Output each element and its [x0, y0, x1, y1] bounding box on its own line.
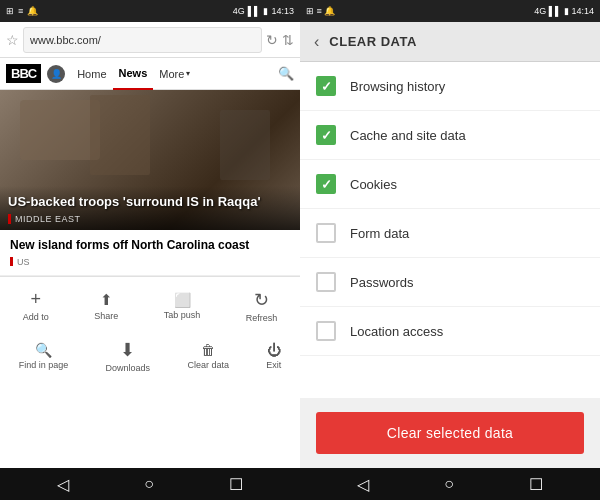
news-main-headline: US-backed troops 'surround IS in Raqqa'	[8, 194, 292, 211]
menu-icon: ≡	[18, 6, 23, 16]
checkboxes-list: ✓ Browsing history ✓ Cache and site data…	[300, 62, 600, 398]
clear-selected-data-button[interactable]: Clear selected data	[316, 412, 584, 454]
signal-icon: 4G	[233, 6, 245, 16]
tab-push-icon: ⬜	[174, 292, 191, 308]
downloads-label: Downloads	[106, 363, 151, 373]
checkbox-browsing-history[interactable]: ✓ Browsing history	[300, 62, 600, 111]
signal-right: 4G ▌▌ ▮	[534, 6, 571, 16]
news-secondary-headline: New island forms off North Carolina coas…	[10, 238, 290, 254]
nav-news[interactable]: News	[113, 58, 154, 90]
checkbox-location-label: Location access	[350, 324, 443, 339]
refresh-icon: ↻	[254, 289, 269, 311]
exit-icon: ⏻	[267, 342, 281, 358]
tab-push-label: Tab push	[164, 310, 201, 320]
app-icon: ⊞	[6, 6, 14, 16]
reload-icon[interactable]: ↻	[266, 32, 278, 48]
clear-data-header: ‹ CLEAR DATA	[300, 22, 600, 62]
checkmark-icon: ✓	[321, 80, 332, 93]
news-main-tag: MIDDLE EAST	[8, 214, 292, 224]
signal-bars: ▌▌	[248, 6, 261, 16]
checkbox-location[interactable]: Location access	[300, 307, 600, 356]
news-secondary-tag-text: US	[17, 257, 30, 267]
checkbox-cookies[interactable]: ✓ Cookies	[300, 160, 600, 209]
notif-icon-right: 🔔	[324, 6, 335, 16]
home-button[interactable]: ○	[144, 475, 154, 493]
nav-more[interactable]: More ▾	[153, 58, 196, 90]
checkbox-passwords-box[interactable]	[316, 272, 336, 292]
share-icon[interactable]: ⇅	[282, 32, 294, 48]
url-bar[interactable]: www.bbc.com/	[23, 27, 262, 53]
checkbox-form-data[interactable]: Form data	[300, 209, 600, 258]
checkbox-passwords[interactable]: Passwords	[300, 258, 600, 307]
left-status-bar: ⊞ ≡ 🔔 4G ▌▌ ▮ 14:13	[0, 0, 300, 22]
news-secondary-bar	[10, 257, 13, 266]
menu-downloads[interactable]: ⬇ Downloads	[100, 335, 157, 377]
browser-bar: ☆ www.bbc.com/ ↻ ⇅	[0, 22, 300, 58]
menu-add-to[interactable]: + Add to	[17, 285, 55, 326]
notification-icon: 🔔	[27, 6, 38, 16]
nav-home[interactable]: Home	[71, 58, 112, 90]
checkmark-icon-2: ✓	[321, 129, 332, 142]
news-main-image[interactable]: US-backed troops 'surround IS in Raqqa' …	[0, 90, 300, 230]
search-icon[interactable]: 🔍	[278, 66, 294, 81]
checkbox-browsing-history-box[interactable]: ✓	[316, 76, 336, 96]
back-arrow-icon[interactable]: ‹	[314, 33, 319, 51]
left-time: 14:13	[271, 6, 294, 16]
right-status-icons: ⊞ ≡ 🔔	[306, 6, 335, 16]
news-tag-bar	[8, 214, 11, 224]
find-in-page-label: Find in page	[19, 360, 69, 370]
right-status-bar: ⊞ ≡ 🔔 4G ▌▌ ▮ 14:14	[300, 0, 600, 22]
add-icon: +	[30, 289, 41, 310]
star-icon[interactable]: ☆	[6, 32, 19, 48]
menu-tab-push[interactable]: ⬜ Tab push	[158, 288, 207, 324]
news-main-tag-text: MIDDLE EAST	[15, 214, 81, 224]
menu-row-1: + Add to ⬆ Share ⬜ Tab push ↻ Refresh	[0, 281, 300, 331]
menu-share[interactable]: ⬆ Share	[88, 287, 124, 325]
checkbox-form-data-box[interactable]	[316, 223, 336, 243]
menu-row-2: 🔍 Find in page ⬇ Downloads 🗑 Clear data …	[0, 331, 300, 381]
back-button-right[interactable]: ◁	[357, 475, 369, 494]
share-icon: ⬆	[100, 291, 113, 309]
clear-data-title: CLEAR DATA	[329, 34, 417, 49]
checkbox-cookies-box[interactable]: ✓	[316, 174, 336, 194]
app-icon-right: ⊞	[306, 6, 314, 16]
news-secondary[interactable]: New island forms off North Carolina coas…	[0, 230, 300, 276]
bbc-nav: BBC 👤 Home News More ▾ 🔍	[0, 58, 300, 90]
left-nav-bar: ◁ ○ ☐	[0, 468, 300, 500]
battery-icon: ▮	[263, 6, 268, 16]
clear-data-icon: 🗑	[201, 342, 215, 358]
bottom-menu: + Add to ⬆ Share ⬜ Tab push ↻ Refresh 🔍 …	[0, 276, 300, 468]
menu-exit[interactable]: ⏻ Exit	[260, 338, 287, 374]
checkbox-cookies-label: Cookies	[350, 177, 397, 192]
checkbox-browsing-history-label: Browsing history	[350, 79, 445, 94]
recents-button[interactable]: ☐	[229, 475, 243, 494]
news-overlay: US-backed troops 'surround IS in Raqqa' …	[0, 186, 300, 230]
right-status-right: 4G ▌▌ ▮ 14:14	[534, 6, 594, 16]
bbc-user-icon[interactable]: 👤	[47, 65, 65, 83]
menu-clear-data[interactable]: 🗑 Clear data	[181, 338, 235, 374]
right-panel: ⊞ ≡ 🔔 4G ▌▌ ▮ 14:14 ‹ CLEAR DATA ✓ Brows…	[300, 0, 600, 500]
bbc-logo: BBC	[6, 64, 41, 83]
checkbox-cache[interactable]: ✓ Cache and site data	[300, 111, 600, 160]
left-status-icons: ⊞ ≡ 🔔	[6, 6, 38, 16]
download-icon: ⬇	[120, 339, 135, 361]
news-secondary-tag: US	[10, 257, 290, 267]
refresh-label: Refresh	[246, 313, 278, 323]
checkbox-passwords-label: Passwords	[350, 275, 414, 290]
checkbox-cache-box[interactable]: ✓	[316, 125, 336, 145]
back-button[interactable]: ◁	[57, 475, 69, 494]
left-status-right: 4G ▌▌ ▮ 14:13	[233, 6, 294, 16]
exit-label: Exit	[266, 360, 281, 370]
right-time: 14:14	[571, 6, 594, 16]
clear-btn-container: Clear selected data	[300, 398, 600, 468]
menu-icon-right: ≡	[317, 6, 322, 16]
add-to-label: Add to	[23, 312, 49, 322]
menu-find-in-page[interactable]: 🔍 Find in page	[13, 338, 75, 374]
checkmark-icon-3: ✓	[321, 178, 332, 191]
menu-refresh[interactable]: ↻ Refresh	[240, 285, 284, 327]
checkbox-form-data-label: Form data	[350, 226, 409, 241]
recents-button-right[interactable]: ☐	[529, 475, 543, 494]
share-label: Share	[94, 311, 118, 321]
checkbox-location-box[interactable]	[316, 321, 336, 341]
home-button-right[interactable]: ○	[444, 475, 454, 493]
